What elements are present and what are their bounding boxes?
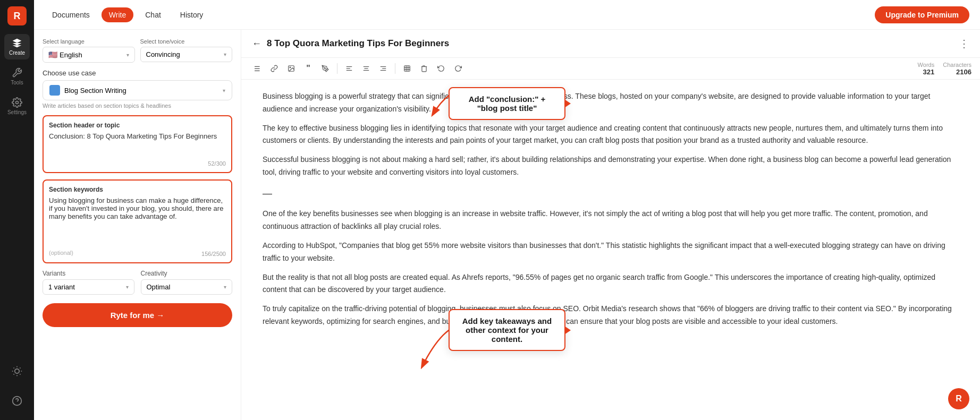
svg-rect-24 [404, 66, 410, 72]
svg-line-4 [14, 368, 14, 368]
language-tone-row: Select language 🇺🇸 English ▾ Select tone… [43, 38, 232, 63]
nav-item-create[interactable]: Create [4, 34, 30, 59]
word-count-area: Words 321 Characters 2106 [918, 62, 971, 76]
nav-item-tools[interactable]: Tools [4, 64, 30, 89]
section-header-input[interactable]: Conclusion: 8 Top Quora Marketing Tips F… [49, 132, 226, 156]
characters-count: Characters 2106 [943, 62, 971, 76]
svg-point-0 [16, 101, 19, 104]
tone-group: Select tone/voice Convincing ▾ [140, 38, 233, 63]
language-chevron-icon: ▾ [126, 52, 129, 58]
nav-create-label: Create [9, 50, 25, 56]
section-header-count: 52/300 [49, 160, 226, 167]
use-case-value: Blog Section Writing [64, 87, 126, 95]
svg-line-9 [20, 368, 20, 368]
user-avatar[interactable]: R [948, 388, 969, 409]
editor-content[interactable]: Business blogging is a powerful strategy… [241, 80, 980, 420]
toolbar-clear-button[interactable] [417, 61, 432, 76]
tone-select[interactable]: Convincing ▾ [140, 47, 233, 62]
characters-value: 2106 [956, 68, 971, 76]
language-select[interactable]: 🇺🇸 English ▾ [43, 47, 135, 63]
section-keywords-field: Section keywords Using blogging for busi… [43, 179, 232, 263]
toolbar-list-button[interactable]: ☰ [250, 61, 265, 76]
section-keywords-label: Section keywords [49, 186, 226, 193]
toolbar-align-center-button[interactable] [359, 61, 374, 76]
toolbar-align-left-button[interactable] [342, 61, 357, 76]
variants-select[interactable]: 1 variant ▾ [43, 279, 134, 295]
language-group: Select language 🇺🇸 English ▾ [43, 38, 135, 63]
nav-item-sun[interactable] [4, 358, 30, 384]
flag-icon: 🇺🇸 [48, 50, 57, 59]
app-logo[interactable]: R [7, 6, 27, 25]
content-paragraph-3: Successful business blogging is not abou… [263, 153, 959, 179]
use-case-icon [49, 85, 60, 96]
toolbar-redo-button[interactable] [451, 61, 466, 76]
creativity-label: Creativity [141, 270, 233, 277]
creativity-group: Creativity Optimal ▾ [141, 270, 233, 295]
words-label: Words [918, 62, 935, 68]
svg-line-8 [14, 374, 14, 374]
ryte-for-me-button[interactable]: Ryte for me → [43, 303, 232, 327]
variants-value: 1 variant [48, 283, 75, 291]
toolbar-divider-1 [337, 63, 337, 74]
content-paragraph-5: According to HubSpot, "Companies that bl… [263, 239, 959, 265]
toolbar-link-button[interactable] [267, 61, 282, 76]
content-paragraph-7: To truly capitalize on the traffic-drivi… [263, 303, 959, 328]
toolbar-table-button[interactable] [400, 61, 415, 76]
main-content: Select language 🇺🇸 English ▾ Select tone… [34, 30, 980, 420]
top-bar: Documents Write Chat History Upgrade to … [34, 0, 980, 30]
svg-line-5 [20, 374, 20, 374]
variants-row: Variants 1 variant ▾ Creativity Optimal … [43, 270, 232, 295]
use-case-select[interactable]: Blog Section Writing ▾ [43, 80, 232, 100]
variants-label: Variants [43, 270, 134, 277]
editor-title: 8 Top Quora Marketing Tips For Beginners [267, 38, 953, 49]
tone-label: Select tone/voice [140, 38, 233, 45]
toolbar-highlight-button[interactable] [318, 61, 333, 76]
language-value: English [60, 51, 82, 59]
svg-point-13 [290, 67, 291, 68]
nav-item-help[interactable] [4, 388, 30, 414]
content-paragraph-1: Business blogging is a powerful strategy… [263, 90, 959, 116]
toolbar-divider-2 [395, 63, 395, 74]
keywords-optional-hint: (optional) [49, 250, 73, 256]
characters-label: Characters [943, 62, 971, 68]
nav-item-settings[interactable]: Settings [4, 93, 30, 119]
sidebar-panel: Select language 🇺🇸 English ▾ Select tone… [34, 30, 241, 420]
tooltip-conclusion: Add "conclusion:" + "blog post title" [449, 87, 565, 120]
words-count: Words 321 [918, 62, 935, 76]
nav-write[interactable]: Write [102, 7, 133, 22]
editor-area: ← 8 Top Quora Marketing Tips For Beginne… [241, 30, 980, 420]
section-keywords-count: 156/2500 [201, 251, 226, 257]
creativity-select[interactable]: Optimal ▾ [141, 279, 233, 295]
toolbar-align-right-button[interactable] [376, 61, 391, 76]
nav-chat[interactable]: Chat [138, 7, 168, 22]
editor-header: ← 8 Top Quora Marketing Tips For Beginne… [241, 30, 980, 58]
back-button[interactable]: ← [252, 38, 261, 49]
toolbar-image-button[interactable] [284, 61, 299, 76]
nav-documents[interactable]: Documents [45, 7, 97, 22]
variants-group: Variants 1 variant ▾ [43, 270, 134, 295]
nav-tools-label: Tools [11, 80, 23, 85]
editor-toolbar: ☰ " [241, 58, 980, 80]
use-case-hint: Write articles based on section topics &… [43, 102, 232, 109]
use-case-label: Choose use case [43, 69, 232, 77]
nav-history[interactable]: History [173, 7, 211, 22]
content-paragraph-4: One of the key benefits businesses see w… [263, 208, 959, 233]
more-options-button[interactable]: ⋮ [959, 37, 969, 50]
tone-value: Convincing [146, 50, 180, 58]
variants-chevron-icon: ▾ [126, 284, 129, 290]
section-keywords-input[interactable]: Using blogging for business can make a h… [49, 196, 226, 244]
toolbar-undo-button[interactable] [434, 61, 449, 76]
tone-chevron-icon: ▾ [224, 52, 226, 57]
tooltip-1-arrow [564, 99, 571, 108]
use-case-chevron-icon: ▾ [223, 88, 225, 93]
toolbar-quote-button[interactable]: " [301, 61, 316, 76]
svg-point-14 [324, 67, 325, 68]
content-paragraph-6: But the reality is that not all blog pos… [263, 271, 959, 297]
svg-point-1 [15, 369, 19, 373]
language-label: Select language [43, 38, 135, 45]
creativity-chevron-icon: ▾ [224, 284, 226, 290]
left-navigation: R Create Tools Settings [0, 0, 34, 420]
upgrade-button[interactable]: Upgrade to Premium [875, 6, 969, 23]
section-header-field: Section header or topic Conclusion: 8 To… [43, 115, 232, 173]
content-paragraph-2: The key to effective business blogging l… [263, 122, 959, 148]
